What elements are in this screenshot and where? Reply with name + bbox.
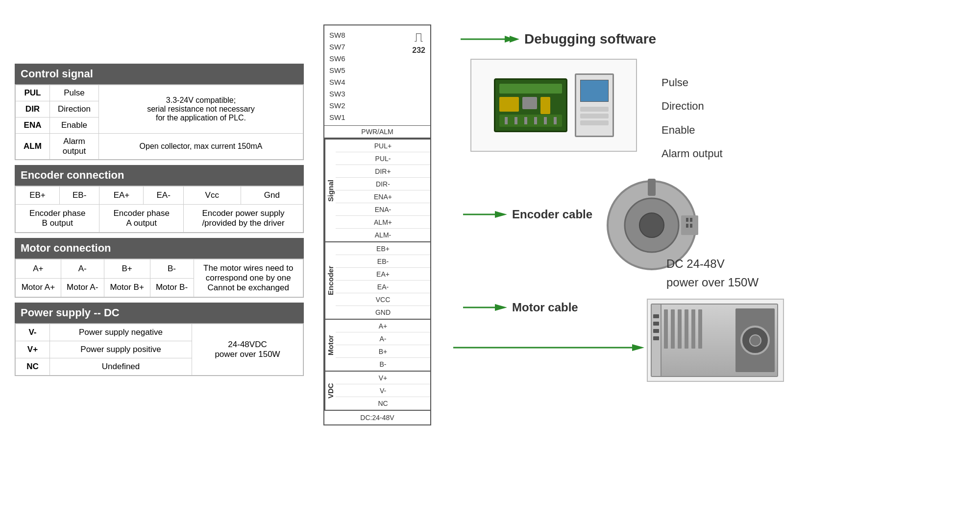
left-panel: Control signal PUL Pulse 3.3-24V compati… [15, 64, 304, 502]
vdc-pin-nc: NC [336, 397, 430, 410]
v-minus-code: V- [16, 324, 50, 341]
enc-phase-a: Encoder phaseA output [99, 205, 183, 233]
signal-pin-pul-minus: PUL- [336, 152, 430, 165]
power-arrow-row [451, 338, 657, 359]
motor-pins: A+ A- B+ B- [336, 320, 430, 371]
ena-name: Enable [50, 118, 99, 134]
encoder-section-row: Encoder EB+ EB- EA+ EA- VCC GND [324, 242, 430, 319]
pwr-alm-label: PWR/ALM [324, 126, 430, 139]
debug-row: Debugging software [461, 29, 965, 49]
a-minus-col: A- [61, 259, 104, 279]
encoder-header: Encoder connection [15, 165, 304, 186]
signal-pin-alm-plus: ALM+ [336, 216, 430, 229]
enc-pin-gnd: GND [336, 306, 430, 319]
motor-a-plus: Motor A+ [16, 278, 61, 297]
power-supply-image-box [647, 299, 784, 382]
power-header: Power supply -- DC [15, 303, 304, 323]
table-row: EB+ EB- EA+ EA- Vcc Gnd [16, 187, 303, 205]
rs232-label: 232 [412, 46, 425, 55]
motor-pin-b-minus: B- [336, 358, 430, 371]
eb-plus-col: EB+ [16, 187, 60, 205]
enc-pin-eb-minus: EB- [336, 255, 430, 268]
signal-note: 3.3-24V compatible;serial resistance not… [99, 85, 303, 134]
encoder-arrow [461, 206, 510, 223]
dc-label: DC:24-48V [324, 410, 430, 424]
alm-name: Alarmoutput [50, 134, 99, 160]
v-plus-name: Power supply positive [50, 341, 192, 358]
signal-pin-alm-minus: ALM- [336, 229, 430, 241]
signal-label: Signal [324, 140, 336, 241]
table-row: Encoder phaseB output Encoder phaseA out… [16, 205, 303, 233]
motor-label: Motor [324, 320, 336, 371]
svg-rect-9 [681, 215, 698, 235]
encoder-table: EB+ EB- EA+ EA- Vcc Gnd Encoder phaseB o… [15, 186, 304, 233]
center-panel: SW8 SW7 SW6 SW5 SW4 SW3 SW2 SW1 ⎍ 232 PW… [318, 24, 436, 502]
svg-rect-12 [686, 224, 688, 228]
gnd-col: Gnd [241, 187, 303, 205]
pcb-image [494, 78, 567, 132]
usb-icon: ⎍ [415, 29, 423, 45]
motor-pin-b-plus: B+ [336, 345, 430, 358]
vcc-col: Vcc [183, 187, 241, 205]
signal-pin-dir-minus: DIR- [336, 178, 430, 190]
power-note: 24-48VDCpower over 150W [192, 324, 303, 376]
motor-b-minus: Motor B- [150, 278, 194, 297]
enc-pin-eb-plus: EB+ [336, 242, 430, 255]
vdc-pin-v-minus: V- [336, 384, 430, 397]
encoder-label: Encoder [324, 242, 336, 319]
svg-rect-11 [690, 218, 692, 222]
alm-code: ALM [16, 134, 50, 160]
dir-name: Direction [50, 101, 99, 118]
svg-marker-17 [632, 344, 644, 351]
svg-marker-4 [495, 211, 507, 218]
motor-note: The motor wires need tocorrespond one by… [194, 259, 303, 297]
sw-labels: SW8 SW7 SW6 SW5 SW4 SW3 SW2 SW1 [329, 29, 345, 123]
table-row: A+ A- B+ B- The motor wires need tocorre… [16, 259, 303, 279]
v-plus-code: V+ [16, 341, 50, 358]
debug-label: Debugging software [524, 31, 656, 47]
signal-pin-ena-minus: ENA- [336, 203, 430, 216]
motor-pin-a-minus: A- [336, 332, 430, 345]
signal-pins: PUL+ PUL- DIR+ DIR- ENA+ ENA- ALM+ ALM- [336, 140, 430, 241]
table-row: PUL Pulse 3.3-24V compatible;serial resi… [16, 85, 303, 101]
b-plus-col: B+ [104, 259, 150, 279]
encoder-cable-label: Encoder cable [512, 208, 592, 221]
motor-b-plus: Motor B+ [104, 278, 150, 297]
signal-pin-pul-plus: PUL+ [336, 140, 430, 152]
plc-image [575, 73, 614, 137]
motor-section-row: Motor A+ A- B+ B- [324, 320, 430, 371]
motor-pin-a-plus: A+ [336, 320, 430, 332]
motor-table: A+ A- B+ B- The motor wires need tocorre… [15, 258, 304, 298]
power-supply-text: DC 24-48V power over 150W [666, 255, 759, 292]
svg-rect-8 [648, 179, 656, 196]
enc-pin-ea-minus: EA- [336, 281, 430, 293]
svg-rect-13 [690, 224, 692, 228]
ena-code: ENA [16, 118, 50, 134]
signal-pin-dir-plus: DIR+ [336, 165, 430, 178]
power-arrow [451, 338, 657, 357]
debug-arrow [461, 29, 519, 49]
b-minus-col: B- [150, 259, 194, 279]
power-supply-body [651, 304, 778, 377]
svg-point-7 [639, 213, 664, 237]
ea-minus-col: EA- [144, 187, 184, 205]
motor-cable-row: Motor cable [461, 299, 578, 316]
nc-code: NC [16, 358, 50, 376]
motor-arrow [461, 299, 510, 316]
power-table: V- Power supply negative 24-48VDCpower o… [15, 323, 304, 376]
vdc-pins: V+ V- NC [336, 372, 430, 410]
dir-code: DIR [16, 101, 50, 118]
signal-section-row: Signal PUL+ PUL- DIR+ DIR- ENA+ ENA- ALM… [324, 140, 430, 241]
vdc-pin-v-plus: V+ [336, 372, 430, 384]
control-signal-header: Control signal [15, 64, 304, 84]
motor-a-minus: Motor A- [61, 278, 104, 297]
enc-phase-b: Encoder phaseB output [16, 205, 99, 233]
motor-cable-label: Motor cable [512, 301, 578, 314]
encoder-pins: EB+ EB- EA+ EA- VCC GND [336, 242, 430, 319]
driver-diagram: SW8 SW7 SW6 SW5 SW4 SW3 SW2 SW1 ⎍ 232 PW… [323, 24, 431, 425]
enc-power: Encoder power supply/provided by the dri… [183, 205, 303, 233]
encoder-cable-row: Encoder cable [461, 206, 592, 223]
controller-image-box [470, 59, 637, 152]
control-signal-table: PUL Pulse 3.3-24V compatible;serial resi… [15, 84, 304, 160]
svg-marker-15 [495, 304, 507, 311]
